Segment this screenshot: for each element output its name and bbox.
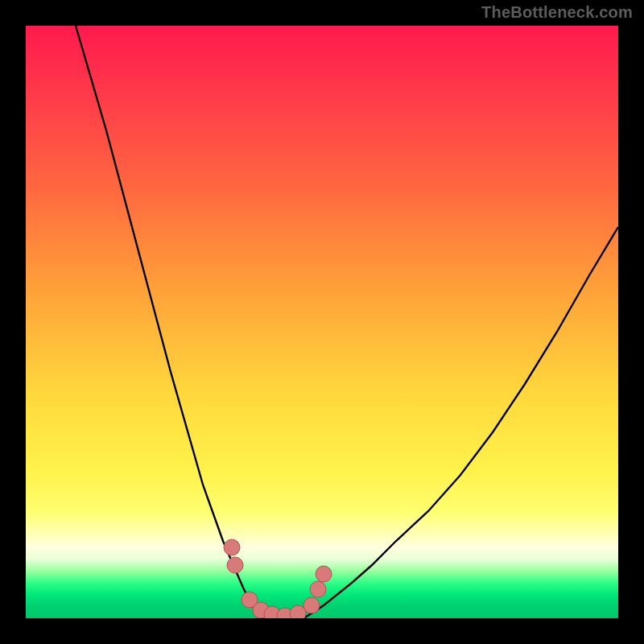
curve-marker [224,539,240,555]
curve-marker [310,581,326,597]
curve-marker [227,557,243,573]
right-curve [303,227,618,618]
curve-marker [303,597,320,613]
watermark-text: TheBottleneck.com [481,3,633,22]
curve-marker [316,566,332,582]
left-curve [76,26,263,618]
chart-svg [26,26,618,618]
